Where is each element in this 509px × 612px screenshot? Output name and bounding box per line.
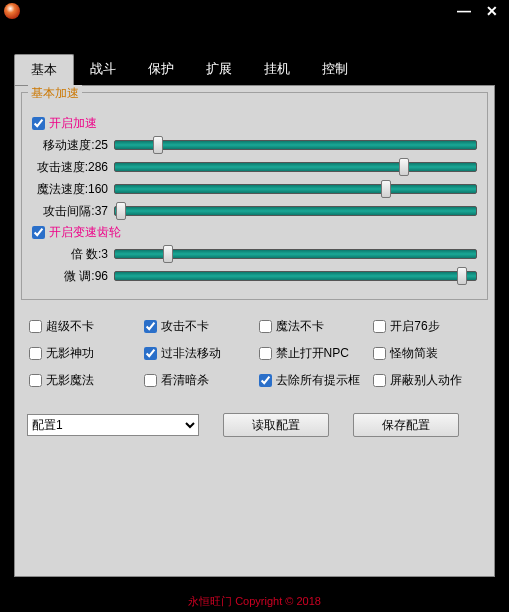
opt-illegal-move[interactable]: 过非法移动 bbox=[144, 345, 251, 362]
move-speed-row: 移动速度:25 bbox=[32, 136, 477, 154]
opt-magic-nolag[interactable]: 魔法不卡 bbox=[259, 318, 366, 335]
fine-tune-label: 微 调:96 bbox=[32, 268, 114, 285]
multiplier-label: 倍 数:3 bbox=[32, 246, 114, 263]
multiplier-row: 倍 数:3 bbox=[32, 245, 477, 263]
opt-hide-others[interactable]: 屏蔽别人动作 bbox=[373, 372, 480, 389]
speed-fieldset: 基本加速 开启加速 移动速度:25 攻击速度:286 魔法速度:160 攻击间隔… bbox=[21, 92, 488, 300]
close-button[interactable]: ✕ bbox=[479, 2, 505, 20]
move-speed-label: 移动速度:25 bbox=[32, 137, 114, 154]
move-speed-slider[interactable] bbox=[114, 136, 477, 154]
fine-tune-slider[interactable] bbox=[114, 267, 477, 285]
tab-protect[interactable]: 保护 bbox=[132, 54, 190, 85]
app-icon bbox=[4, 3, 20, 19]
opt-76step[interactable]: 开启76步 bbox=[373, 318, 480, 335]
save-config-button[interactable]: 保存配置 bbox=[353, 413, 459, 437]
attack-speed-row: 攻击速度:286 bbox=[32, 158, 477, 176]
enable-speed-checkbox[interactable] bbox=[32, 117, 45, 130]
fine-tune-row: 微 调:96 bbox=[32, 267, 477, 285]
opt-shadowless-magic[interactable]: 无影魔法 bbox=[29, 372, 136, 389]
attack-gap-label: 攻击间隔:37 bbox=[32, 203, 114, 220]
tab-combat[interactable]: 战斗 bbox=[74, 54, 132, 85]
magic-speed-label: 魔法速度:160 bbox=[32, 181, 114, 198]
fieldset-legend: 基本加速 bbox=[28, 85, 82, 102]
opt-remove-prompts[interactable]: 去除所有提示框 bbox=[259, 372, 366, 389]
enable-gear-row: 开启变速齿轮 bbox=[32, 224, 477, 241]
enable-gear-checkbox[interactable] bbox=[32, 226, 45, 239]
tab-bar: 基本 战斗 保护 扩展 挂机 控制 bbox=[0, 22, 509, 85]
opt-attack-nolag[interactable]: 攻击不卡 bbox=[144, 318, 251, 335]
tab-extend[interactable]: 扩展 bbox=[190, 54, 248, 85]
minimize-button[interactable]: — bbox=[451, 2, 477, 20]
titlebar: — ✕ bbox=[0, 0, 509, 22]
main-panel: 基本加速 开启加速 移动速度:25 攻击速度:286 魔法速度:160 攻击间隔… bbox=[14, 85, 495, 577]
attack-gap-slider[interactable] bbox=[114, 202, 477, 220]
config-row: 配置1 读取配置 保存配置 bbox=[15, 407, 494, 437]
attack-speed-label: 攻击速度:286 bbox=[32, 159, 114, 176]
opt-see-assassin[interactable]: 看清暗杀 bbox=[144, 372, 251, 389]
multiplier-slider[interactable] bbox=[114, 245, 477, 263]
config-select[interactable]: 配置1 bbox=[27, 414, 199, 436]
attack-speed-slider[interactable] bbox=[114, 158, 477, 176]
attack-gap-row: 攻击间隔:37 bbox=[32, 202, 477, 220]
opt-no-npc[interactable]: 禁止打开NPC bbox=[259, 345, 366, 362]
window-controls: — ✕ bbox=[451, 2, 505, 20]
enable-speed-label: 开启加速 bbox=[49, 115, 97, 132]
options-grid: 超级不卡 攻击不卡 魔法不卡 开启76步 无影神功 过非法移动 禁止打开NPC … bbox=[15, 300, 494, 407]
tab-idle[interactable]: 挂机 bbox=[248, 54, 306, 85]
magic-speed-row: 魔法速度:160 bbox=[32, 180, 477, 198]
opt-monster-simple[interactable]: 怪物简装 bbox=[373, 345, 480, 362]
tab-basic[interactable]: 基本 bbox=[14, 54, 74, 85]
tab-control[interactable]: 控制 bbox=[306, 54, 364, 85]
load-config-button[interactable]: 读取配置 bbox=[223, 413, 329, 437]
footer-text: 永恒旺门 Copyright © 2018 bbox=[0, 594, 509, 609]
opt-super-nolag[interactable]: 超级不卡 bbox=[29, 318, 136, 335]
enable-gear-label: 开启变速齿轮 bbox=[49, 224, 121, 241]
opt-shadowless-skill[interactable]: 无影神功 bbox=[29, 345, 136, 362]
magic-speed-slider[interactable] bbox=[114, 180, 477, 198]
enable-speed-row: 开启加速 bbox=[32, 115, 477, 132]
